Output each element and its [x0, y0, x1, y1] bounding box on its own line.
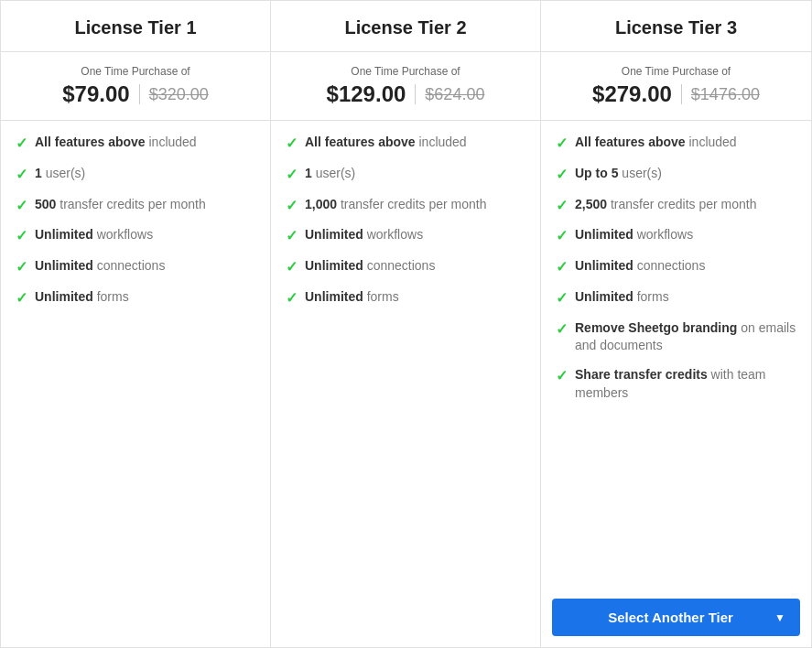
tier-1-feature-4: ✓Unlimited workflows	[16, 226, 255, 246]
pricing-grid: License Tier 1One Time Purchase of$79.00…	[0, 0, 812, 648]
check-icon-3-4: ✓	[556, 227, 568, 246]
check-icon-2-6: ✓	[286, 289, 298, 308]
tier-3-feature-5: ✓Unlimited connections	[556, 257, 796, 277]
check-icon-1-4: ✓	[16, 227, 27, 246]
feature-text-2-6: Unlimited forms	[305, 288, 399, 307]
check-icon-2-5: ✓	[286, 258, 298, 277]
tier-2-feature-2: ✓1 user(s)	[286, 165, 525, 185]
check-icon-1-1: ✓	[16, 135, 27, 154]
tier-3-price-divider	[681, 84, 682, 104]
tier-3-feature-2: ✓Up to 5 user(s)	[556, 165, 796, 185]
check-icon-3-3: ✓	[556, 197, 568, 216]
tier-3-feature-4: ✓Unlimited workflows	[556, 226, 796, 246]
tier-2-feature-1: ✓All features above included	[286, 134, 525, 154]
tier-1-original-price: $320.00	[149, 85, 209, 104]
tier-3-features-list: ✓All features above included✓Up to 5 use…	[541, 121, 811, 588]
feature-text-2-1: All features above included	[305, 134, 467, 152]
check-icon-2-1: ✓	[286, 135, 298, 154]
tier-2-original-price: $624.00	[425, 85, 484, 104]
tier-col-2: License Tier 2One Time Purchase of$129.0…	[271, 1, 541, 647]
check-icon-3-8: ✓	[556, 367, 568, 386]
feature-text-1-3: 500 transfer credits per month	[35, 196, 206, 214]
feature-text-3-3: 2,500 transfer credits per month	[575, 196, 756, 214]
check-icon-2-4: ✓	[286, 227, 298, 246]
tier-1-price-divider	[139, 84, 140, 104]
tier-col-1: License Tier 1One Time Purchase of$79.00…	[1, 1, 271, 647]
check-icon-1-6: ✓	[16, 289, 27, 308]
tier-2-title: License Tier 2	[344, 17, 466, 38]
tier-2-feature-4: ✓Unlimited workflows	[286, 226, 525, 246]
tier-2-feature-3: ✓1,000 transfer credits per month	[286, 196, 525, 216]
tier-1-features-list: ✓All features above included✓1 user(s)✓5…	[1, 121, 270, 647]
tier-1-price-row: $79.00$320.00	[12, 81, 259, 107]
tier-3-feature-8: ✓Share transfer credits with team member…	[556, 366, 796, 402]
check-icon-3-7: ✓	[556, 320, 568, 340]
feature-text-2-4: Unlimited workflows	[305, 226, 423, 244]
tier-3-current-price: $279.00	[592, 81, 672, 107]
tier-1-header: License Tier 1	[1, 1, 270, 52]
tier-1-one-time-label: One Time Purchase of	[12, 65, 259, 78]
tier-3-feature-3: ✓2,500 transfer credits per month	[556, 196, 796, 216]
select-tier-button[interactable]: Select Another Tier▼	[552, 599, 800, 636]
tier-3-footer: Select Another Tier▼	[541, 588, 811, 647]
tier-3-price-row: $279.00$1476.00	[552, 81, 800, 107]
tier-3-title: License Tier 3	[615, 17, 737, 38]
feature-text-3-8: Share transfer credits with team members	[575, 366, 796, 402]
check-icon-3-1: ✓	[556, 135, 568, 154]
tier-1-feature-2: ✓1 user(s)	[16, 165, 255, 185]
tier-3-one-time-label: One Time Purchase of	[552, 65, 800, 78]
tier-1-feature-3: ✓500 transfer credits per month	[16, 196, 255, 216]
tier-3-feature-6: ✓Unlimited forms	[556, 288, 796, 308]
feature-text-1-6: Unlimited forms	[35, 288, 129, 307]
tier-2-price-row: $129.00$624.00	[282, 81, 529, 107]
check-icon-3-2: ✓	[556, 166, 568, 185]
tier-2-feature-6: ✓Unlimited forms	[286, 288, 525, 308]
feature-text-1-4: Unlimited workflows	[35, 226, 153, 244]
check-icon-1-3: ✓	[16, 197, 27, 216]
check-icon-1-5: ✓	[16, 258, 27, 277]
check-icon-1-2: ✓	[16, 166, 27, 185]
tier-3-original-price: $1476.00	[691, 85, 760, 104]
check-icon-3-6: ✓	[556, 289, 568, 308]
feature-text-3-7: Remove Sheetgo branding on emails and do…	[575, 319, 796, 355]
tier-1-feature-1: ✓All features above included	[16, 134, 255, 154]
tier-2-current-price: $129.00	[327, 81, 406, 107]
feature-text-2-3: 1,000 transfer credits per month	[305, 196, 486, 214]
tier-2-price-divider	[415, 84, 416, 104]
feature-text-3-5: Unlimited connections	[575, 257, 705, 275]
select-tier-button-label: Select Another Tier	[567, 610, 774, 625]
tier-1-feature-6: ✓Unlimited forms	[16, 288, 255, 308]
feature-text-3-4: Unlimited workflows	[575, 226, 693, 244]
feature-text-3-6: Unlimited forms	[575, 288, 669, 307]
feature-text-1-1: All features above included	[35, 134, 197, 152]
feature-text-1-2: 1 user(s)	[35, 165, 85, 183]
tier-3-header: License Tier 3	[541, 1, 811, 52]
check-icon-2-2: ✓	[286, 166, 298, 185]
feature-text-2-5: Unlimited connections	[305, 257, 435, 275]
tier-1-feature-5: ✓Unlimited connections	[16, 257, 255, 277]
tier-1-price-section: One Time Purchase of$79.00$320.00	[1, 52, 270, 121]
tier-1-current-price: $79.00	[62, 81, 129, 107]
tier-3-price-section: One Time Purchase of$279.00$1476.00	[541, 52, 811, 121]
check-icon-2-3: ✓	[286, 197, 298, 216]
check-icon-3-5: ✓	[556, 258, 568, 277]
select-tier-dropdown-arrow-icon: ▼	[774, 611, 785, 624]
tier-2-features-list: ✓All features above included✓1 user(s)✓1…	[271, 121, 540, 647]
tier-2-one-time-label: One Time Purchase of	[282, 65, 529, 78]
tier-2-header: License Tier 2	[271, 1, 540, 52]
tier-col-3: License Tier 3One Time Purchase of$279.0…	[541, 1, 811, 647]
tier-3-feature-7: ✓Remove Sheetgo branding on emails and d…	[556, 319, 796, 355]
feature-text-3-1: All features above included	[575, 134, 737, 152]
tier-2-price-section: One Time Purchase of$129.00$624.00	[271, 52, 540, 121]
tier-2-feature-5: ✓Unlimited connections	[286, 257, 525, 277]
feature-text-1-5: Unlimited connections	[35, 257, 165, 275]
tier-1-title: License Tier 1	[74, 17, 196, 38]
feature-text-3-2: Up to 5 user(s)	[575, 165, 662, 183]
feature-text-2-2: 1 user(s)	[305, 165, 355, 183]
tier-3-feature-1: ✓All features above included	[556, 134, 796, 154]
